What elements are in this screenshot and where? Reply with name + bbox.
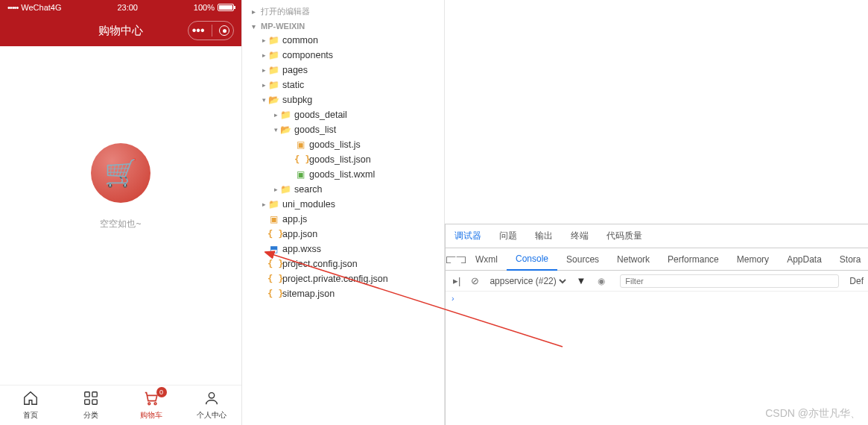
tab-sources[interactable]: Sources [557,248,608,270]
home-icon [22,390,39,409]
svg-rect-0 [84,392,89,397]
file-project-private-config[interactable]: { }project.private.config.json [242,271,444,286]
dropdown-icon[interactable]: ▼ [573,275,589,286]
svg-point-5 [154,403,156,405]
svg-rect-2 [84,400,89,404]
tab-appdata[interactable]: AppData [778,248,831,270]
svg-rect-1 [92,392,96,397]
tab-bar: 首页 分类 0 购物车 个人中心 [0,385,241,425]
simulator-content: 🛒 空空如也~ [0,46,241,385]
cart-icon: 🛒 [104,157,138,189]
file-goods-list-js[interactable]: ▣goods_list.js [242,137,444,152]
grid-icon [83,390,99,409]
more-icon[interactable]: ••• [192,25,205,37]
live-expression-icon[interactable]: ◉ [593,276,609,286]
context-select[interactable]: appservice (#22) [487,275,568,287]
devtools-primary-tabs: 调试器 问题 输出 终端 代码质量 [446,224,868,248]
folder-pages[interactable]: ▸📁pages [242,63,444,78]
nav-capsule[interactable]: ••• [188,21,234,40]
svg-point-4 [148,403,150,405]
console-prompt[interactable] [452,294,862,303]
tab-debugger[interactable]: 调试器 [446,224,490,248]
tab-problems[interactable]: 问题 [490,224,526,248]
chevron-down-icon: ▾ [252,22,261,31]
dock-icon[interactable]: ⫍⫎ [446,254,466,265]
carrier-label: WeChat4G [21,3,61,12]
time-label: 23:00 [117,3,138,12]
tab-label: 分类 [83,410,98,421]
tab-network[interactable]: Network [608,248,659,270]
svg-point-6 [209,393,214,398]
tab-label: 个人中心 [197,410,226,421]
console-toolbar: ▸| ⊘ appservice (#22) ▼ ◉ Def [446,271,868,292]
user-icon [203,390,220,409]
battery-label: 100% [194,3,215,12]
folder-subpkg[interactable]: ▾📂subpkg [242,92,444,107]
chevron-right-icon: ▸ [252,7,261,16]
tab-storage[interactable]: Stora [831,248,868,270]
tab-memory[interactable]: Memory [728,248,778,270]
devtools-panel: 调试器 问题 输出 终端 代码质量 ⫍⫎ Wxml Console Source… [445,224,868,425]
project-header[interactable]: ▾ MP-WEIXIN [242,19,444,33]
phone-simulator: WeChat4G 23:00 100% 购物中心 ••• 🛒 空空如也~ 首页 [0,0,241,425]
nav-title: 购物中心 [98,24,143,38]
nav-bar: 购物中心 ••• [0,15,241,46]
levels-label[interactable]: Def [849,276,864,286]
folder-common[interactable]: ▸📁common [242,33,444,48]
tab-quality[interactable]: 代码质量 [598,224,651,248]
folder-static[interactable]: ▸📁static [242,78,444,92]
folder-goods-list[interactable]: ▾📂goods_list [242,122,444,137]
tab-wxml[interactable]: Wxml [466,248,507,270]
file-explorer: ▸ 打开的编辑器 ▾ MP-WEIXIN ▸📁common ▸📁componen… [241,0,445,425]
tab-output[interactable]: 输出 [526,224,562,248]
console-output[interactable] [446,292,868,425]
open-editors-header[interactable]: ▸ 打开的编辑器 [242,4,444,19]
file-app-wxss[interactable]: ⬒app.wxss [242,242,444,256]
file-sitemap[interactable]: { }sitemap.json [242,286,444,301]
tab-label: 购物车 [140,410,162,421]
tab-profile[interactable]: 个人中心 [181,385,241,425]
tab-home[interactable]: 首页 [0,385,60,425]
clear-console-icon[interactable]: ⊘ [468,275,482,286]
tab-label: 首页 [23,410,38,421]
empty-cart-graphic: 🛒 [91,143,151,203]
file-app-js[interactable]: ▣app.js [242,212,444,227]
folder-goods-detail[interactable]: ▸📁goods_detail [242,107,444,122]
cart-icon: 0 [143,390,159,409]
file-goods-list-json[interactable]: { }goods_list.json [242,152,444,167]
empty-text: 空空如也~ [100,218,141,230]
devtools-secondary-tabs: ⫍⫎ Wxml Console Sources Network Performa… [446,248,868,271]
signal-dots-icon [7,3,18,12]
file-app-json[interactable]: { }app.json [242,227,444,242]
file-goods-list-wxml[interactable]: ▣goods_list.wxml [242,167,444,182]
tab-performance[interactable]: Performance [659,248,728,270]
tab-cart[interactable]: 0 购物车 [121,385,181,425]
folder-components[interactable]: ▸📁components [242,48,444,63]
tab-category[interactable]: 分类 [60,385,121,425]
battery-icon [218,4,234,11]
tab-terminal[interactable]: 终端 [562,224,598,248]
cart-badge: 0 [156,387,167,397]
folder-search[interactable]: ▸📁search [242,182,444,197]
svg-rect-3 [92,400,96,404]
status-bar: WeChat4G 23:00 100% [0,0,241,15]
toggle-sidebar-icon[interactable]: ▸| [450,275,463,286]
tab-console[interactable]: Console [507,249,557,271]
filter-input[interactable] [620,274,839,288]
watermark: CSDN @亦世凡华、 [765,407,861,421]
file-project-config[interactable]: { }project.config.json [242,256,444,271]
close-target-icon[interactable] [219,25,229,36]
folder-uni-modules[interactable]: ▸📁uni_modules [242,197,444,212]
